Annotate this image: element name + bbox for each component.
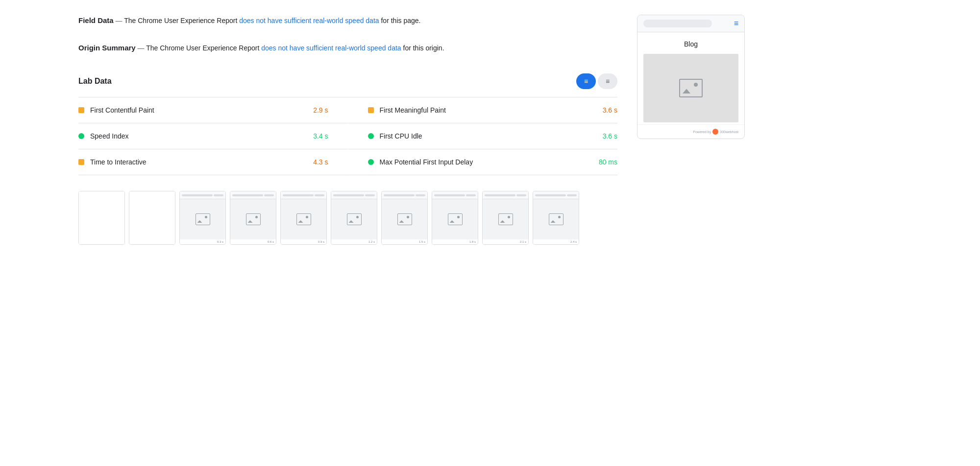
metric-time-to-interactive: Time to Interactive 4.3 s: [78, 149, 348, 175]
metric-name-fid: Max Potential First Input Delay: [380, 158, 599, 166]
thumb-image-10: [549, 213, 564, 225]
thumb-ts-8: 1.8 s: [432, 239, 478, 244]
metric-dot-fmp: [368, 107, 374, 113]
thumb-image-5: [296, 213, 311, 225]
metric-value-fid: 80 ms: [599, 158, 617, 166]
toggle-list-button[interactable]: ≡: [598, 73, 617, 89]
metric-dot-si: [78, 133, 84, 139]
view-toggle: ≡ ≡: [576, 73, 617, 89]
thumb-ts-4: 0.6 s: [230, 239, 276, 244]
screenshot-thumb-4[interactable]: 0.6 s: [230, 191, 276, 245]
phone-blog-title: Blog: [643, 40, 738, 48]
metric-value-fmp: 3.6 s: [603, 106, 617, 114]
thumb-ts-9: 2.1 s: [483, 239, 528, 244]
metric-name-fcp: First Contentful Paint: [90, 106, 313, 114]
screenshot-thumb-2[interactable]: [129, 191, 175, 245]
metric-name-fci: First CPU Idle: [380, 132, 603, 140]
field-data-section: Field Data — The Chrome User Experience …: [78, 15, 617, 26]
phone-image-placeholder: [643, 54, 738, 122]
screenshot-thumb-7[interactable]: 1.5 s: [381, 191, 428, 245]
thumb-ts-6: 1.2 s: [331, 239, 377, 244]
metric-max-fid: Max Potential First Input Delay 80 ms: [348, 149, 618, 175]
right-panel: ≡ Blog Powered by 000webhost: [637, 15, 755, 245]
screenshot-thumb-10[interactable]: 2.4 s: [533, 191, 579, 245]
field-data-text-before: The Chrome User Experience Report: [124, 17, 237, 24]
metric-first-contentful-paint: First Contentful Paint 2.9 s: [78, 97, 348, 123]
screenshot-thumb-1[interactable]: [78, 191, 125, 245]
field-data-link[interactable]: does not have sufficient real-world spee…: [239, 17, 379, 24]
thumb-image-9: [498, 213, 513, 225]
metric-first-cpu-idle: First CPU Idle 3.6 s: [348, 123, 618, 149]
thumb-ts-10: 2.4 s: [533, 239, 579, 244]
thumb-image-3: [196, 213, 210, 225]
lab-data-title: Lab Data: [78, 77, 112, 86]
metric-dot-fcp: [78, 107, 84, 113]
hamburger-icon: ≡: [734, 19, 738, 28]
origin-summary-dash: —: [138, 44, 147, 52]
phone-url-bar: [643, 20, 712, 27]
metric-value-fcp: 2.9 s: [313, 106, 328, 114]
webhost-logo: [712, 129, 718, 135]
screenshot-thumb-6[interactable]: 1.2 s: [331, 191, 377, 245]
thumb-image-7: [397, 213, 412, 225]
phone-footer: Powered by 000webhost: [637, 124, 744, 139]
screenshot-thumb-9[interactable]: 2.1 s: [482, 191, 529, 245]
thumb-ts-3: 0.3 s: [180, 239, 225, 244]
phone-body: Blog: [637, 32, 744, 122]
metrics-row-3: Time to Interactive 4.3 s Max Potential …: [78, 149, 617, 175]
metric-value-fci: 3.6 s: [603, 132, 617, 140]
metric-name-si: Speed Index: [90, 132, 313, 140]
list-icon: ≡: [606, 77, 610, 85]
origin-summary-section: Origin Summary — The Chrome User Experie…: [78, 42, 617, 54]
field-data-text-after: for this page.: [381, 17, 420, 24]
thumb-ts-7: 1.5 s: [382, 239, 427, 244]
screenshot-thumb-5[interactable]: 0.9 s: [280, 191, 327, 245]
phone-header: ≡: [637, 15, 744, 32]
phone-preview: ≡ Blog Powered by 000webhost: [637, 15, 745, 139]
metric-dot-fci: [368, 133, 374, 139]
thumb-image-6: [347, 213, 362, 225]
bar-icon: ≡: [584, 77, 588, 85]
screenshot-strip: 0.3 s 0.6 s: [78, 191, 617, 245]
lab-data-section: Lab Data ≡ ≡ First Contentful Paint: [78, 73, 617, 245]
phone-image-icon: [679, 79, 703, 97]
metric-name-fmp: First Meaningful Paint: [380, 106, 603, 114]
powered-by-brand: 000webhost: [720, 130, 738, 134]
metrics-row-1: First Contentful Paint 2.9 s First Meani…: [78, 97, 617, 123]
metric-first-meaningful-paint: First Meaningful Paint 3.6 s: [348, 97, 618, 123]
thumb-ts-5: 0.9 s: [281, 239, 326, 244]
metric-name-tti: Time to Interactive: [90, 158, 313, 166]
powered-by-text: Powered by: [693, 130, 711, 134]
field-data-dash: —: [116, 17, 124, 24]
metric-dot-fid: [368, 159, 374, 165]
toggle-bar-button[interactable]: ≡: [576, 73, 596, 89]
field-data-title: Field Data: [78, 16, 114, 24]
screenshot-thumb-8[interactable]: 1.8 s: [432, 191, 478, 245]
metric-speed-index: Speed Index 3.4 s: [78, 123, 348, 149]
thumb-image-8: [448, 213, 463, 225]
metrics-row-2: Speed Index 3.4 s First CPU Idle 3.6 s: [78, 123, 617, 149]
metric-dot-tti: [78, 159, 84, 165]
origin-summary-text-after: for this origin.: [403, 44, 444, 52]
origin-summary-title: Origin Summary: [78, 44, 136, 52]
origin-summary-link[interactable]: does not have sufficient real-world spee…: [261, 44, 401, 52]
metric-value-si: 3.4 s: [313, 132, 328, 140]
origin-summary-text-before: The Chrome User Experience Report: [146, 44, 259, 52]
metrics-table: First Contentful Paint 2.9 s First Meani…: [78, 97, 617, 175]
metric-value-tti: 4.3 s: [313, 158, 328, 166]
thumb-image-4: [246, 213, 261, 225]
screenshot-thumb-3[interactable]: 0.3 s: [179, 191, 226, 245]
